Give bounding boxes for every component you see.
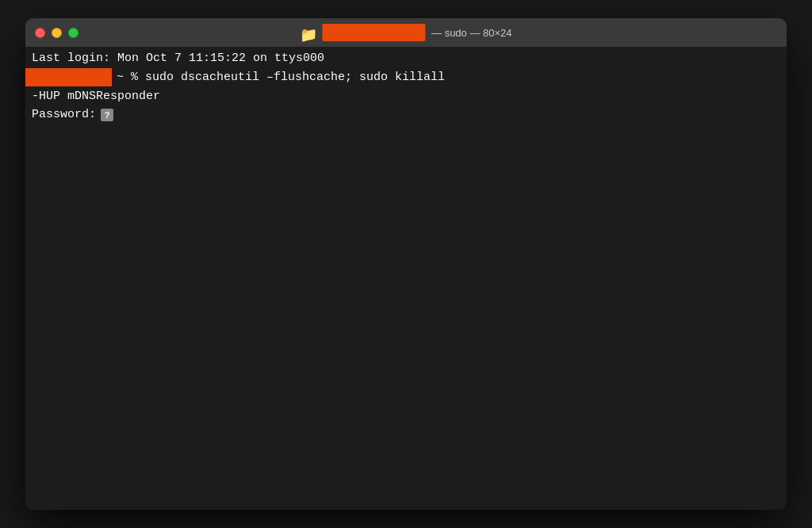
- close-button[interactable]: [35, 28, 45, 38]
- login-line: Last login: Mon Oct 7 11:15:22 on ttys00…: [25, 47, 787, 68]
- window-title: — sudo — 80×24: [431, 27, 512, 39]
- login-text: Last login: Mon Oct 7 11:15:22 on ttys00…: [32, 52, 324, 65]
- terminal-window: 📁 — sudo — 80×24 Last login: Mon Oct 7 1…: [25, 18, 787, 510]
- folder-icon: 📁: [300, 26, 316, 39]
- terminal-empty-area[interactable]: [25, 123, 787, 507]
- command-line: ~ % sudo dscacheutil –flushcache; sudo k…: [25, 68, 787, 86]
- password-icon: [101, 109, 113, 121]
- output-line-1: -HUP mDNSResponder: [25, 86, 787, 106]
- title-highlight-bar: [322, 24, 425, 41]
- maximize-button[interactable]: [68, 28, 79, 38]
- output-text-1: -HUP mDNSResponder: [32, 90, 160, 103]
- password-label: Password:: [32, 108, 96, 121]
- command-content: sudo dscacheutil –flushcache; sudo killa…: [138, 71, 445, 84]
- prompt-symbol: ~ %: [117, 71, 138, 84]
- command-text: ~ % sudo dscacheutil –flushcache; sudo k…: [112, 68, 450, 86]
- terminal-body[interactable]: Last login: Mon Oct 7 11:15:22 on ttys00…: [25, 47, 787, 510]
- title-bar-center: 📁 — sudo — 80×24: [300, 24, 511, 41]
- traffic-lights: [35, 28, 79, 38]
- password-line: Password:: [25, 106, 787, 123]
- minimize-button[interactable]: [52, 28, 62, 38]
- prompt-highlight: [25, 68, 112, 86]
- title-bar: 📁 — sudo — 80×24: [25, 18, 787, 47]
